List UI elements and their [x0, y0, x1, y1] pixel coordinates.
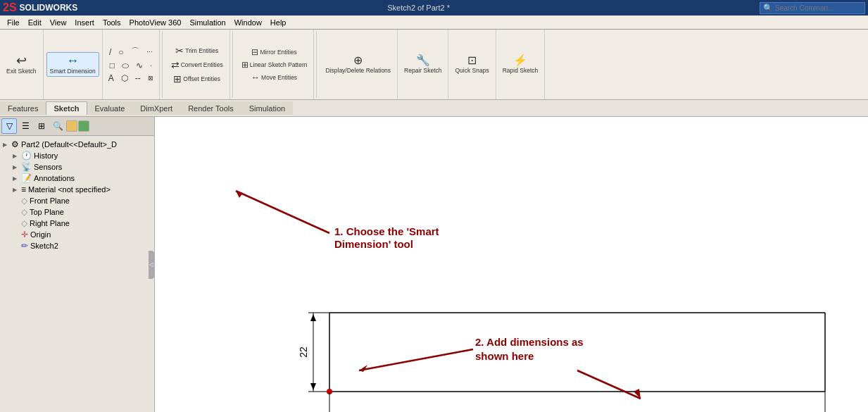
panel-list-btn[interactable]: ☰ [18, 118, 33, 134]
search-icon: 🔍 [763, 4, 773, 13]
tree-item-front-plane[interactable]: ▶ ◇ Front Plane [0, 195, 154, 206]
tab-dimxpert[interactable]: DimXpert [132, 101, 180, 115]
tree-icon-right: ◇ [21, 218, 27, 228]
tree-item-origin[interactable]: ▶ ✛ Origin [0, 229, 154, 240]
tab-sketch[interactable]: Sketch [46, 101, 87, 115]
centerline-button[interactable]: -- [132, 72, 145, 85]
rect-icon: □ [110, 61, 115, 70]
polygon-tool-button[interactable]: ⬡ [118, 72, 132, 85]
menu-insert[interactable]: Insert [70, 18, 99, 27]
spline-icon: ∿ [136, 61, 143, 70]
divider-3 [316, 31, 317, 98]
tree-item-material[interactable]: ▶ ≡ Material <not specified> [0, 184, 154, 195]
tab-evaluate[interactable]: Evaluate [87, 101, 133, 115]
line-tool-button[interactable]: / [106, 46, 115, 58]
menu-window[interactable]: Window [230, 18, 266, 27]
menu-help[interactable]: Help [266, 18, 291, 27]
tab-bar: Features Sketch Evaluate DimXpert Render… [0, 100, 868, 117]
repair-icon: 🔧 [416, 55, 430, 66]
tree-label-sketch2: Sketch2 [30, 242, 58, 250]
tree-item-sensors[interactable]: ▶ 📡 Sensors [0, 161, 154, 173]
modify-section: ✂ Trim Entities ⇄ Convert Entities ⊞ Off… [165, 30, 230, 99]
circle-tool-button[interactable]: ○ [115, 46, 127, 58]
convert-label: Convert Entities [181, 61, 223, 68]
menu-photoview[interactable]: PhotoView 360 [125, 18, 186, 27]
trim-entities-button[interactable]: ✂ Trim Entities [168, 44, 227, 58]
tab-features[interactable]: Features [0, 101, 46, 115]
point-tool-button[interactable]: · [147, 61, 155, 70]
main-area: ▽ ☰ ⊞ 🔍 ▶ ⚙ Part2 (Default<<Default>_D ▶… [0, 117, 868, 412]
tab-render[interactable]: Render Tools [180, 101, 241, 115]
linear-sketch-icon: ⊞ [241, 61, 249, 69]
tree-icon-origin: ✛ [21, 230, 28, 239]
quick-snaps-label: Quick Snaps [455, 67, 489, 74]
exit-sketch-label: Exit Sketch [6, 68, 37, 75]
arc-tool-button[interactable]: ⌒ [128, 44, 144, 59]
exit-sketch-section: ↩ Exit Sketch [0, 30, 44, 99]
tree-label-annotations: Annotations [34, 174, 75, 182]
canvas-white [155, 117, 868, 412]
menu-simulation[interactable]: Simulation [185, 18, 229, 27]
mirror-entities-button[interactable]: ⊟ Mirror Entities [238, 46, 311, 58]
panel-collapse-handle[interactable]: ◁ [149, 251, 154, 279]
trim-label: Trim Entities [185, 47, 218, 54]
offset-icon: ⊞ [173, 74, 182, 84]
search-input[interactable] [775, 4, 862, 12]
display-delete-label: Display/Delete Relations [325, 67, 391, 74]
rapid-sketch-button[interactable]: ⚡ Rapid Sketch [499, 53, 542, 76]
smart-dimension-button[interactable]: ↔ Smart Dimension [46, 52, 99, 77]
tree-icon-history: 🕐 [21, 151, 32, 161]
panel-color1-btn[interactable] [66, 120, 77, 132]
tree-label-sensors: Sensors [34, 163, 62, 171]
panel-search-btn[interactable]: 🔍 [50, 118, 65, 134]
tree-arrow-origin: ▶ [13, 232, 21, 238]
rapid-sketch-icon: ⚡ [513, 55, 527, 66]
repair-sketch-button[interactable]: 🔧 Repair Sketch [401, 53, 445, 76]
tree-icon-part: ⚙ [11, 139, 19, 149]
rapid-sketch-label: Rapid Sketch [503, 67, 539, 74]
menu-tools[interactable]: Tools [99, 18, 125, 27]
tree-label-material: Material <not specified> [28, 185, 111, 194]
linear-sketch-button[interactable]: ⊞ Linear Sketch Pattern [238, 58, 311, 71]
quick-snaps-button[interactable]: ⊡ Quick Snaps [451, 53, 492, 76]
tree-arrow-top: ▶ [13, 209, 21, 216]
panel-color2-btn[interactable] [78, 120, 89, 132]
offset-entities-button[interactable]: ⊞ Offset Entities [168, 72, 227, 86]
circle-icon: ○ [118, 47, 123, 57]
panel-grid-btn[interactable]: ⊞ [34, 118, 49, 134]
dim-vert-label: 22 [298, 347, 309, 358]
exit-sketch-button[interactable]: ↩ Exit Sketch [3, 52, 40, 77]
mirror-tool-button[interactable]: ⊠ [145, 73, 156, 83]
tree-item-right-plane[interactable]: ▶ ◇ Right Plane [0, 218, 154, 229]
tab-simulation[interactable]: Simulation [241, 101, 293, 115]
draw-tools-section: / ○ ⌒ ⋯ □ ⬭ ∿ · A ⬡ -- ⊠ [103, 30, 160, 99]
convert-entities-button[interactable]: ⇄ Convert Entities [168, 58, 227, 72]
menu-view[interactable]: View [46, 18, 71, 27]
search-box[interactable]: 🔍 [760, 2, 865, 14]
smart-dimension-icon: ↔ [66, 54, 79, 67]
menu-edit[interactable]: Edit [24, 18, 46, 27]
more-draw-button[interactable]: ⋯ [144, 47, 156, 57]
spline-tool-button[interactable]: ∿ [133, 59, 147, 72]
instruction1-text-line2: Dimension' tool [334, 238, 413, 250]
left-panel: ▽ ☰ ⊞ 🔍 ▶ ⚙ Part2 (Default<<Default>_D ▶… [0, 117, 155, 412]
tree-item-top-plane[interactable]: ▶ ◇ Top Plane [0, 206, 154, 218]
rapid-sketch-section: ⚡ Rapid Sketch [496, 30, 546, 99]
tree-item-annotations[interactable]: ▶ 📝 Annotations [0, 173, 154, 184]
app-logo: 2S SOLIDWORKS [3, 1, 77, 14]
tree-arrow-annotations: ▶ [13, 175, 21, 182]
tree-item-sketch2[interactable]: ▶ ✏ Sketch2 [0, 240, 154, 251]
display-delete-button[interactable]: ⊕ Display/Delete Relations [322, 53, 394, 76]
move-entities-button[interactable]: ↔ Move Entities [238, 71, 311, 84]
panel-filter-btn[interactable]: ▽ [1, 118, 17, 134]
exit-sketch-icon: ↩ [16, 54, 27, 67]
tree-item-history[interactable]: ▶ 🕐 History [0, 150, 154, 161]
offset-label: Offset Entities [183, 75, 220, 82]
ellipse-icon: ⬭ [122, 61, 129, 70]
menu-file[interactable]: File [3, 18, 24, 27]
tree-item-part[interactable]: ▶ ⚙ Part2 (Default<<Default>_D [0, 139, 154, 150]
rect-tool-button[interactable]: □ [107, 59, 119, 72]
point-icon: · [150, 62, 152, 69]
ellipse-tool-button[interactable]: ⬭ [119, 59, 133, 72]
text-tool-button[interactable]: A [106, 72, 118, 85]
